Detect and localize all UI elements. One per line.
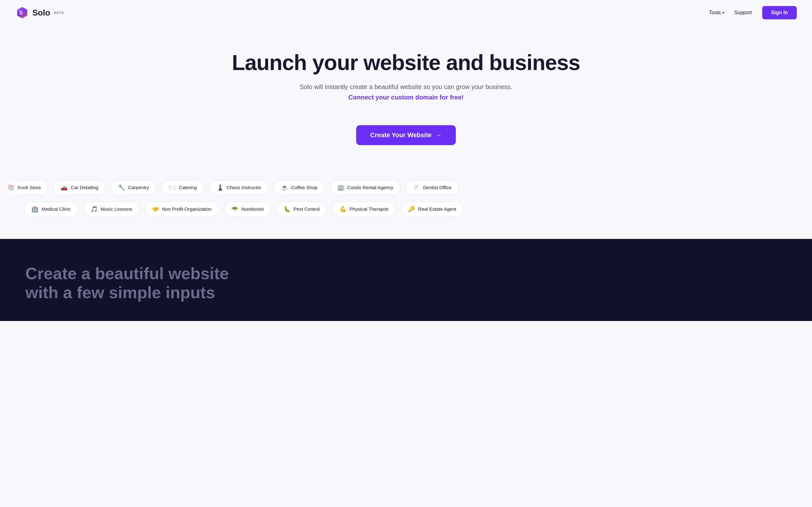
category-pill-non-profit-organization[interactable]: 🤝Non Profit Organization — [145, 202, 219, 217]
dark-headline: Create a beautiful website with a few si… — [26, 264, 786, 302]
tools-label: Tools — [709, 10, 721, 15]
pill-icon-nutritionist: 🥗 — [231, 206, 238, 213]
pill-label-chess-instructor: Chess Instructor — [227, 185, 261, 190]
pill-icon-physical-therapist: 💪 — [339, 206, 346, 213]
cta-label: Create Your Website — [370, 131, 432, 139]
pill-icon-catering: 🍽️ — [169, 184, 176, 191]
pill-label-book-store: Book Store — [17, 185, 41, 190]
beta-badge: BETA — [54, 11, 64, 14]
pill-label-medical-clinic: Medical Clinic — [42, 206, 71, 212]
pill-icon-medical-clinic: 🏥 — [32, 206, 38, 213]
pill-label-physical-therapist: Physical Therapist — [350, 206, 388, 212]
svg-text:S: S — [19, 10, 23, 15]
sign-in-button[interactable]: Sign In — [762, 6, 797, 19]
create-website-button[interactable]: Create Your Website → — [356, 125, 455, 145]
category-pill-nutritionist[interactable]: 🥗Nutritionist — [224, 202, 271, 217]
category-pill-pest-control[interactable]: 🐛Pest Control — [276, 202, 327, 217]
category-pill-book-store[interactable]: 📚Book Store — [0, 180, 48, 195]
navbar: S Solo BETA Tools ▾ Support Sign In — [0, 0, 812, 25]
pill-icon-carpentry: 🔧 — [118, 184, 125, 191]
pill-icon-non-profit-organization: 🤝 — [152, 206, 159, 213]
pill-icon-coffee-shop: ☕ — [281, 184, 288, 191]
nav-links: Tools ▾ Support Sign In — [709, 6, 797, 19]
pill-icon-pest-control: 🐛 — [284, 206, 291, 213]
category-pill-carpentry[interactable]: 🔧Carpentry — [111, 180, 156, 195]
pill-icon-condo-rental-agency: 🏢 — [337, 184, 344, 191]
hero-subtext: Solo will instantly create a beautiful w… — [6, 83, 806, 91]
row1-wrapper: 📚Book Store🚗Car Detailing🔧Carpentry🍽️Cat… — [0, 177, 812, 199]
category-pill-physical-therapist[interactable]: 💪Physical Therapist — [332, 202, 396, 217]
pill-label-nutritionist: Nutritionist — [241, 206, 264, 212]
pill-label-condo-rental-agency: Condo Rental Agency — [347, 185, 393, 190]
category-pill-real-estate-agent[interactable]: 🔑Real Estate Agent — [401, 202, 463, 217]
pill-label-carpentry: Carpentry — [128, 185, 149, 190]
pill-icon-car-detailing: 🚗 — [61, 184, 67, 191]
pill-label-non-profit-organization: Non Profit Organization — [162, 206, 212, 212]
solo-logo-icon: S — [15, 6, 29, 20]
category-pill-music-lessons[interactable]: 🎵Music Lessons — [84, 202, 140, 217]
hero-headline: Launch your website and business — [6, 51, 806, 74]
categories-row-1: 📚Book Store🚗Car Detailing🔧Carpentry🍽️Cat… — [0, 177, 812, 199]
support-label: Support — [734, 10, 752, 15]
pill-icon-music-lessons: 🎵 — [91, 206, 98, 213]
pill-icon-chess-instructor: ♟️ — [217, 184, 223, 191]
category-pill-medical-clinic[interactable]: 🏥Medical Clinic — [24, 202, 78, 217]
tools-menu[interactable]: Tools ▾ — [709, 10, 724, 15]
categories-section: 📚Book Store🚗Car Detailing🔧Carpentry🍽️Cat… — [0, 164, 812, 239]
pill-label-coffee-shop: Coffee Shop — [291, 185, 317, 190]
pill-icon-dentist-office: 🦷 — [413, 184, 420, 191]
pill-label-catering: Catering — [179, 185, 197, 190]
arrow-icon: → — [436, 131, 442, 139]
logo-area[interactable]: S Solo BETA — [15, 6, 64, 20]
pill-label-real-estate-agent: Real Estate Agent — [418, 206, 456, 212]
category-pill-condo-rental-agency[interactable]: 🏢Condo Rental Agency — [330, 180, 401, 195]
support-link[interactable]: Support — [734, 10, 752, 15]
category-pill-chess-instructor[interactable]: ♟️Chess Instructor — [209, 180, 269, 195]
custom-domain-link[interactable]: Connect your custom domain for free! — [6, 94, 806, 101]
hero-section: Launch your website and business Solo wi… — [0, 25, 812, 164]
pill-label-dentist-office: Dentist Office — [423, 185, 452, 190]
logo-text: Solo — [32, 8, 50, 18]
category-pill-coffee-shop[interactable]: ☕Coffee Shop — [274, 180, 325, 195]
pill-label-music-lessons: Music Lessons — [101, 206, 132, 212]
categories-row-2: 🏥Medical Clinic🎵Music Lessons🤝Non Profit… — [0, 199, 812, 220]
category-pill-car-detailing[interactable]: 🚗Car Detailing — [53, 180, 106, 195]
pill-icon-book-store: 📚 — [7, 184, 14, 191]
dark-section: Create a beautiful website with a few si… — [0, 239, 812, 321]
chevron-down-icon: ▾ — [722, 10, 724, 15]
pill-label-pest-control: Pest Control — [294, 206, 320, 212]
row2-wrapper: 🏥Medical Clinic🎵Music Lessons🤝Non Profit… — [0, 199, 812, 220]
dark-headline-line1: Create a beautiful website — [26, 264, 229, 283]
category-pill-catering[interactable]: 🍽️Catering — [161, 180, 204, 195]
dark-headline-line2: with a few simple inputs — [26, 283, 215, 302]
pill-icon-real-estate-agent: 🔑 — [408, 206, 415, 213]
category-pill-dentist-office[interactable]: 🦷Dentist Office — [406, 180, 459, 195]
pill-label-car-detailing: Car Detailing — [71, 185, 98, 190]
